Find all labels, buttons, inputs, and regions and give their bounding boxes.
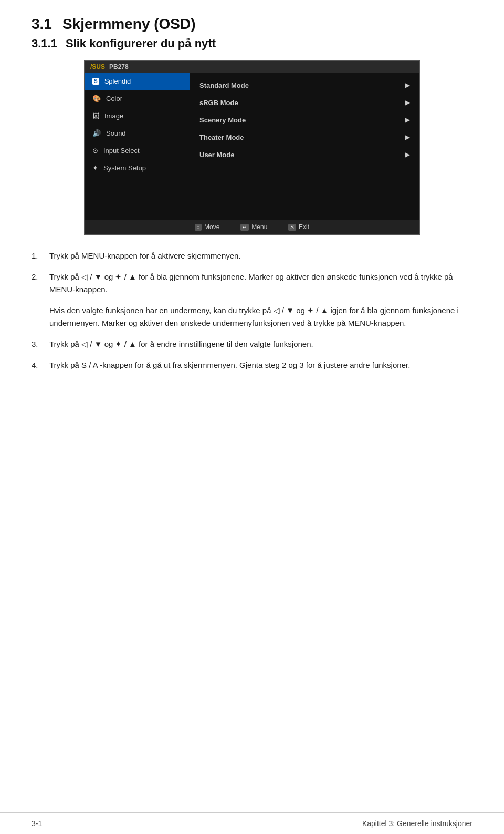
instruction-text: Trykk på ◁ / ▼ og ✦ / ▲ for å bla gjenno… — [49, 271, 472, 296]
submenu-arrow: ▶ — [405, 134, 410, 141]
instruction-text: Hvis den valgte funksjonen har en underm… — [49, 304, 472, 330]
right-menu-label: Theater Mode — [200, 133, 244, 141]
submenu-arrow: ▶ — [405, 99, 410, 106]
menu-label: System Setup — [103, 164, 146, 172]
instruction-number: 3. — [32, 338, 42, 351]
menu-label: Sound — [106, 129, 126, 137]
footer-icon: S — [288, 224, 296, 231]
osd-right-item-theater-mode[interactable]: Theater Mode▶ — [190, 129, 419, 146]
footer-move: ↕Move — [195, 223, 219, 231]
menu-label: Input Select — [103, 147, 140, 155]
instruction-list: 1.Trykk på MENU-knappen for å aktivere s… — [32, 250, 472, 372]
footer-label: Move — [204, 223, 219, 231]
osd-screenshot: /SUSPB278SSplendid🎨Color🖼Image🔊Sound⊙Inp… — [84, 60, 420, 235]
instruction-item-2: Hvis den valgte funksjonen har en underm… — [32, 304, 472, 330]
osd-left-item-image[interactable]: 🖼Image — [85, 107, 190, 125]
footer-icon: ↵ — [240, 224, 249, 231]
page-number: 3-1 — [32, 819, 42, 828]
osd-right-item-scenery-mode[interactable]: Scenery Mode▶ — [190, 111, 419, 129]
footer-exit: SExit — [288, 223, 309, 231]
instruction-number — [32, 304, 42, 330]
footer-label: Exit — [299, 223, 309, 231]
submenu-arrow: ▶ — [405, 117, 410, 123]
osd-right-item-standard-mode[interactable]: Standard Mode▶ — [190, 77, 419, 94]
osd-left-item-system-setup[interactable]: ✦System Setup — [85, 159, 190, 177]
instruction-item-3: 3.Trykk på ◁ / ▼ og ✦ / ▲ for å endre in… — [32, 338, 472, 351]
submenu-arrow: ▶ — [405, 82, 410, 89]
right-menu-label: User Mode — [200, 151, 234, 159]
instruction-number: 4. — [32, 359, 42, 372]
right-menu-label: sRGB Mode — [200, 99, 238, 107]
osd-right-item-user-mode[interactable]: User Mode▶ — [190, 146, 419, 163]
menu-label: Color — [106, 95, 122, 102]
osd-right-item-srgb-mode[interactable]: sRGB Mode▶ — [190, 94, 419, 111]
instruction-number: 2. — [32, 271, 42, 296]
instruction-item-0: 1.Trykk på MENU-knappen for å aktivere s… — [32, 250, 472, 262]
menu-label: Splendid — [104, 77, 131, 85]
osd-left-item-input-select[interactable]: ⊙Input Select — [85, 142, 190, 159]
footer-label: Menu — [251, 223, 267, 231]
chapter-heading: 3.1Skjermmeny (OSD) — [32, 16, 472, 33]
submenu-arrow: ▶ — [405, 151, 410, 158]
right-menu-label: Standard Mode — [200, 81, 249, 89]
chapter-label: Kapittel 3: Generelle instruksjoner — [362, 819, 472, 828]
osd-left-item-sound[interactable]: 🔊Sound — [85, 125, 190, 142]
osd-left-item-splendid[interactable]: SSplendid — [85, 73, 190, 90]
instruction-text: Trykk på ◁ / ▼ og ✦ / ▲ for å endre inns… — [49, 338, 472, 351]
instruction-text: Trykk på S / A -knappen for å gå ut fra … — [49, 359, 472, 372]
menu-label: Image — [104, 112, 123, 120]
section-heading: 3.1.1Slik konfigurerer du på nytt — [32, 37, 472, 50]
instruction-item-1: 2.Trykk på ◁ / ▼ og ✦ / ▲ for å bla gjen… — [32, 271, 472, 296]
osd-left-item-color[interactable]: 🎨Color — [85, 90, 190, 107]
right-menu-label: Scenery Mode — [200, 116, 246, 124]
instruction-number: 1. — [32, 250, 42, 262]
instruction-text: Trykk på MENU-knappen for å aktivere skj… — [49, 250, 472, 262]
page-footer: 3-1Kapittel 3: Generelle instruksjoner — [0, 812, 504, 834]
footer-menu: ↵Menu — [240, 223, 267, 231]
footer-icon: ↕ — [195, 224, 202, 231]
instruction-item-4: 4.Trykk på S / A -knappen for å gå ut fr… — [32, 359, 472, 372]
